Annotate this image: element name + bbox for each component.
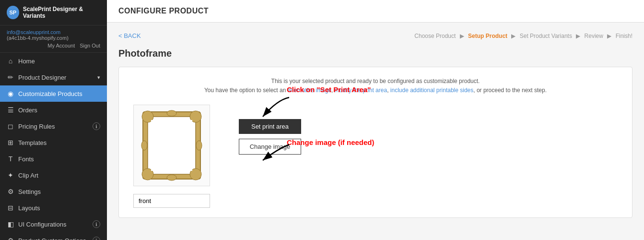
ui-config-icon: ◧ (7, 220, 14, 228)
svg-point-6 (167, 110, 176, 116)
sidebar-logo: SP ScalePrint Designer & Variants (0, 0, 107, 25)
annotation-container: Set print area Change image Click on "Se… (239, 109, 301, 155)
arrow-set-print-icon (248, 95, 292, 121)
sidebar-item-label: Clip Art (18, 172, 38, 179)
templates-icon: ⊞ (7, 139, 14, 146)
annotation-change-image: Change image (if needed) (287, 138, 375, 146)
crumb-set-variants: Set Product Variants (520, 33, 572, 39)
annotation-text-2: Change image (if needed) (287, 138, 375, 146)
sidebar-item-label: Orders (18, 107, 37, 114)
product-label-row (133, 194, 210, 208)
page-title: CONFIGURE PRODUCT (107, 0, 644, 23)
account-email[interactable]: info@scaleupprint.com (7, 29, 100, 35)
product-label-input[interactable] (133, 194, 210, 208)
svg-point-9 (196, 141, 202, 150)
pricing-rules-icon: ◻ (7, 122, 14, 130)
crumb-review: Review (585, 33, 603, 39)
sidebar-item-label: Product Custom Options (18, 237, 86, 240)
sidebar-item-home[interactable]: ⌂ Home (0, 53, 107, 69)
product-image-section (133, 105, 210, 208)
info-badge: ℹ (93, 122, 100, 130)
product-frame-image (141, 109, 203, 181)
main-body: < BACK Choose Product ▶ Setup Product ▶ … (107, 23, 644, 240)
product-title: Photoframe (118, 48, 632, 59)
product-info-line1: This is your selected product and ready … (133, 77, 618, 86)
sidebar-item-label: Layouts (18, 204, 40, 212)
breadcrumb-row: < BACK Choose Product ▶ Setup Product ▶ … (118, 32, 632, 39)
account-shop: (a4c1bb-4.myshopify.com) (7, 35, 100, 41)
product-image-box (133, 105, 210, 186)
chevron-down-icon: ▾ (97, 74, 100, 81)
custom-options-icon: ⚙ (7, 237, 14, 240)
sidebar-item-label: Pricing Rules (18, 123, 55, 130)
sidebar-account: info@scaleupprint.com (a4c1bb-4.myshopif… (0, 25, 107, 53)
orders-icon: ☰ (7, 106, 14, 114)
main-content: CONFIGURE PRODUCT < BACK Choose Product … (107, 0, 644, 240)
product-card: This is your selected product and ready … (118, 67, 632, 218)
sidebar-item-label: UI Configurations (18, 221, 66, 228)
info-badge: ℹ (93, 237, 100, 240)
product-designer-icon: ✏ (7, 73, 14, 81)
breadcrumb: Choose Product ▶ Setup Product ▶ Set Pro… (414, 33, 632, 39)
sidebar-item-customizable-products[interactable]: ◉ Customizable Products (0, 85, 107, 102)
sidebar-item-templates[interactable]: ⊞ Templates (0, 134, 107, 151)
customizable-products-icon: ◉ (7, 90, 14, 97)
sidebar-item-product-designer[interactable]: ✏ Product Designer ▾ (0, 69, 107, 85)
svg-rect-10 (151, 120, 192, 171)
additional-sides-link[interactable]: include additional printable sides (390, 87, 473, 94)
sidebar-item-settings[interactable]: ⚙ Settings (0, 183, 107, 200)
logo-icon: SP (7, 6, 19, 19)
product-info: This is your selected product and ready … (133, 77, 618, 95)
layouts-icon: ⊟ (7, 204, 14, 212)
my-account-link[interactable]: My Account (47, 43, 75, 48)
sidebar-item-label: Fonts (18, 156, 34, 163)
sidebar-item-label: Home (18, 58, 35, 65)
sidebar-item-pricing-rules[interactable]: ◻ Pricing Rules ℹ (0, 118, 107, 134)
crumb-choose-product: Choose Product (414, 33, 456, 39)
sidebar-item-product-custom-options[interactable]: ⚙ Product Custom Options ℹ (0, 232, 107, 240)
sidebar-item-layouts[interactable]: ⊟ Layouts (0, 200, 107, 216)
product-info-line2: You have the option to select an alterna… (133, 86, 618, 95)
sidebar-navigation: ⌂ Home ✏ Product Designer ▾ ◉ Customizab… (0, 53, 107, 240)
logo-text: ScalePrint Designer & Variants (23, 6, 100, 19)
info-badge: ℹ (93, 220, 100, 228)
sidebar-item-ui-configurations[interactable]: ◧ UI Configurations ℹ (0, 216, 107, 232)
sidebar: SP ScalePrint Designer & Variants info@s… (0, 0, 107, 240)
sidebar-item-clip-art[interactable]: ✦ Clip Art (0, 167, 107, 183)
sidebar-item-fonts[interactable]: T Fonts (0, 151, 107, 167)
product-content-area: Set print area Change image Click on "Se… (133, 105, 618, 208)
crumb-setup-product: Setup Product (468, 33, 507, 39)
sidebar-item-orders[interactable]: ☰ Orders (0, 102, 107, 118)
arrow-change-image-icon (248, 142, 292, 164)
sidebar-item-label: Product Designer (18, 74, 66, 81)
clip-art-icon: ✦ (7, 171, 14, 179)
svg-point-8 (141, 141, 147, 150)
fonts-icon: T (7, 155, 14, 163)
sidebar-item-label: Customizable Products (18, 90, 82, 97)
sign-out-link[interactable]: Sign Out (80, 43, 100, 48)
annotation-text-1: Click on "Set Print Area" (287, 85, 371, 94)
home-icon: ⌂ (7, 57, 14, 65)
sidebar-item-label: Settings (18, 188, 41, 195)
svg-point-7 (167, 175, 176, 180)
settings-icon: ⚙ (7, 188, 14, 195)
annotation-set-print: Click on "Set Print Area" (287, 85, 371, 94)
sidebar-item-label: Templates (18, 139, 47, 146)
back-link[interactable]: < BACK (118, 32, 141, 39)
crumb-finish: Finish! (616, 33, 632, 39)
